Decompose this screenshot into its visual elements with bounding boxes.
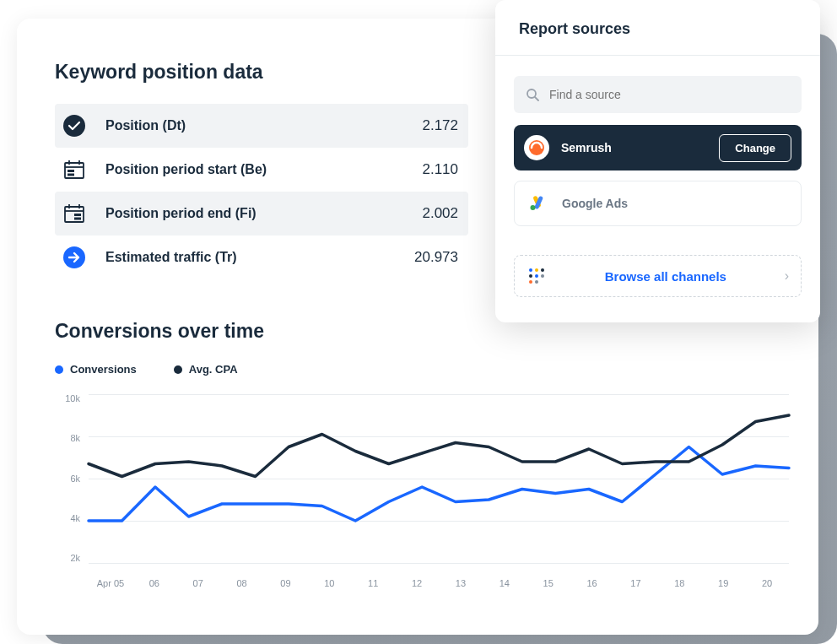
svg-point-22 <box>541 268 544 272</box>
metric-value: 2.172 <box>422 117 458 134</box>
metric-label: Position (Dt) <box>87 118 422 133</box>
metric-value: 2.110 <box>422 161 458 178</box>
source-item-semrush[interactable]: Semrush Change <box>514 125 802 170</box>
y-axis-label: 4k <box>55 514 80 523</box>
x-axis-label: 18 <box>657 578 701 588</box>
source-name: Semrush <box>561 141 707 154</box>
legend-label: Conversions <box>70 363 137 376</box>
svg-rect-5 <box>68 170 74 172</box>
metric-row-period-start: Position period start (Be) 2.110 <box>55 148 468 192</box>
source-search[interactable] <box>514 76 802 113</box>
metric-row-period-end: Position period end (Fi) 2.002 <box>55 192 468 235</box>
change-button[interactable]: Change <box>719 134 791 162</box>
svg-point-0 <box>63 115 85 137</box>
metric-label: Position period end (Fi) <box>87 206 422 221</box>
x-axis-label: 19 <box>701 578 745 588</box>
x-axis-label: 12 <box>395 578 439 588</box>
metric-value: 2.002 <box>422 205 458 222</box>
legend-label: Avg. CPA <box>189 363 238 376</box>
svg-point-26 <box>529 280 532 284</box>
x-axis-label: 16 <box>570 578 614 588</box>
source-item-googleads[interactable]: Google Ads <box>514 181 802 226</box>
x-axis-label: 11 <box>351 578 395 588</box>
metric-value: 20.973 <box>414 249 458 266</box>
metric-row-position: Position (Dt) 2.172 <box>55 104 468 148</box>
browse-channels-button[interactable]: Browse all channels › <box>514 255 802 297</box>
source-name: Google Ads <box>562 197 791 210</box>
x-axis-label: 07 <box>176 578 220 588</box>
legend-avgcpa: Avg. CPA <box>174 363 238 376</box>
svg-point-25 <box>541 274 544 278</box>
grid-dots-icon <box>526 266 547 286</box>
search-icon <box>526 88 539 101</box>
x-axis-label: 10 <box>307 578 351 588</box>
svg-point-23 <box>529 274 532 278</box>
arrow-circle-icon <box>62 245 87 270</box>
legend-dot-icon <box>174 365 182 374</box>
semrush-logo-icon <box>524 135 549 160</box>
y-axis-label: 10k <box>55 394 80 403</box>
x-axis-label: 17 <box>614 578 658 588</box>
svg-point-24 <box>535 274 538 278</box>
x-axis-label: 08 <box>220 578 264 588</box>
sources-panel-title: Report sources <box>495 0 820 56</box>
metric-row-traffic: Estimated traffic (Tr) 20.973 <box>55 235 468 279</box>
x-axis-label: 06 <box>132 578 176 588</box>
svg-point-20 <box>529 268 532 272</box>
y-axis-label: 8k <box>55 434 80 443</box>
chart-line-avg-cpa <box>89 415 789 477</box>
calendar-end-icon <box>62 201 87 226</box>
report-sources-panel: Report sources Semrush Change Google Ads <box>495 0 820 322</box>
x-axis-label: 13 <box>439 578 483 588</box>
x-axis-label: 15 <box>526 578 570 588</box>
calendar-start-icon <box>62 157 87 182</box>
line-chart: 10k8k6k4k2k Apr 050607080910111213141516… <box>55 394 789 597</box>
x-axis-label: 20 <box>745 578 789 588</box>
browse-label: Browse all channels <box>559 269 773 284</box>
svg-rect-6 <box>68 174 74 176</box>
svg-point-19 <box>531 205 536 210</box>
svg-rect-12 <box>74 218 81 220</box>
search-input[interactable] <box>549 88 790 101</box>
legend-dot-icon <box>55 365 63 374</box>
chart-line-conversions <box>89 447 789 522</box>
chart-legend: Conversions Avg. CPA <box>55 363 780 376</box>
metric-table: Position (Dt) 2.172 Position period star… <box>55 104 468 279</box>
legend-conversions: Conversions <box>55 363 137 376</box>
x-axis-label: 09 <box>264 578 308 588</box>
svg-point-21 <box>535 268 538 272</box>
conversions-section-title: Conversions over time <box>55 320 780 343</box>
chevron-right-icon: › <box>785 268 789 284</box>
svg-point-27 <box>535 280 538 284</box>
svg-rect-11 <box>74 214 81 216</box>
googleads-logo-icon <box>525 191 550 216</box>
check-circle-icon <box>62 113 87 138</box>
svg-line-15 <box>535 97 538 100</box>
x-axis-label: 14 <box>483 578 526 588</box>
y-axis-label: 2k <box>55 554 80 563</box>
x-axis-label: Apr 05 <box>89 578 132 588</box>
metric-label: Estimated traffic (Tr) <box>87 250 414 265</box>
metric-label: Position period start (Be) <box>87 162 422 177</box>
y-axis-label: 6k <box>55 474 80 484</box>
